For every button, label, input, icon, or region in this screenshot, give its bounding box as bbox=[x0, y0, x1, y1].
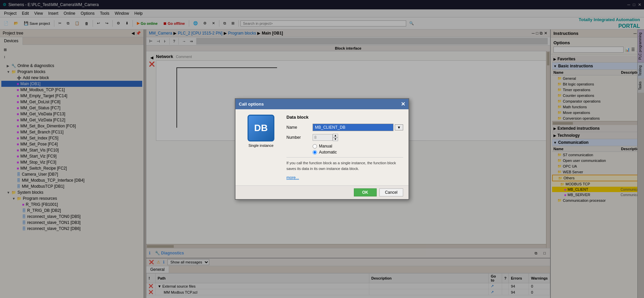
spinner-down-btn[interactable]: ▼ bbox=[333, 137, 338, 141]
modal-body: DB Single instance Data block Name ▼ bbox=[235, 109, 409, 185]
modal-form: Data block Name ▼ Number bbox=[286, 115, 403, 180]
automatic-radio[interactable] bbox=[313, 150, 317, 155]
name-dropdown-btn[interactable]: ▼ bbox=[395, 124, 403, 130]
modal-footer: OK Cancel bbox=[235, 185, 409, 199]
modal-overlay: Call options ✕ DB Single instance Data b… bbox=[0, 0, 644, 298]
name-label: Name bbox=[286, 125, 310, 130]
spinner-up-btn[interactable]: ▲ bbox=[333, 134, 338, 137]
db-icon-label: Single instance bbox=[249, 143, 274, 147]
modal-close-btn[interactable]: ✕ bbox=[401, 101, 405, 107]
automatic-label[interactable]: Automatic bbox=[319, 150, 337, 155]
db-icon: DB bbox=[248, 115, 274, 141]
manual-radio[interactable] bbox=[313, 144, 317, 148]
ok-button[interactable]: OK bbox=[354, 188, 377, 196]
radio-group: Manual Automatic bbox=[313, 144, 403, 155]
number-spinner: ▲ ▼ bbox=[313, 134, 338, 141]
name-input[interactable] bbox=[313, 124, 393, 131]
modal-db-icon-area: DB Single instance bbox=[241, 115, 281, 180]
modal-description: If you call the function block as a sing… bbox=[286, 157, 403, 171]
number-row: Number ▲ ▼ bbox=[286, 134, 403, 141]
modal-title-bar: Call options ✕ bbox=[235, 99, 409, 109]
name-row: Name ▼ bbox=[286, 124, 403, 131]
call-options-modal: Call options ✕ DB Single instance Data b… bbox=[235, 98, 409, 200]
modal-section-title: Data block bbox=[286, 115, 403, 120]
cancel-button[interactable]: Cancel bbox=[379, 188, 403, 196]
modal-title-text: Call options bbox=[239, 102, 264, 107]
automatic-radio-row: Automatic bbox=[313, 150, 403, 155]
more-link[interactable]: more... bbox=[286, 175, 403, 180]
number-label: Number bbox=[286, 135, 310, 140]
manual-label[interactable]: Manual bbox=[319, 144, 332, 148]
number-input[interactable] bbox=[313, 134, 333, 141]
manual-radio-row: Manual bbox=[313, 144, 403, 148]
